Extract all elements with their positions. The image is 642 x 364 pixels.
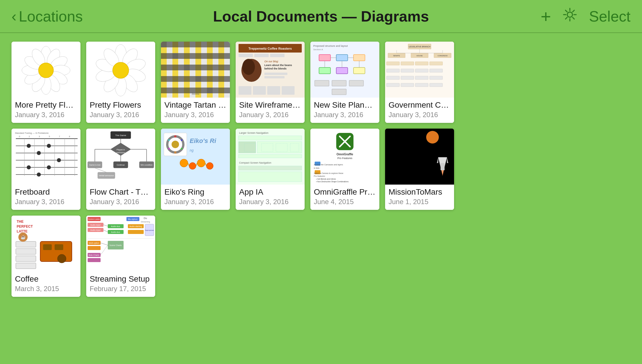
svg-rect-48: [195, 76, 201, 82]
doc-date: January 3, 2016: [314, 111, 376, 119]
svg-point-132: [57, 158, 61, 162]
svg-rect-54: [239, 54, 253, 57]
doc-card-site-wireframe[interactable]: Treppenwitz Coffee Roasters On our blog:…: [236, 42, 305, 123]
svg-rect-85: [332, 89, 346, 95]
doc-card-government-chart[interactable]: LEGISLATIVE BRANCH SENATE HOUSE CONGRESS: [385, 42, 454, 123]
doc-card-eikos-ring[interactable]: Eiko's Ri ng Eiko's Ring Ja: [161, 129, 230, 210]
doc-date: March 3, 2015: [15, 285, 77, 293]
svg-text:Section A: Section A: [313, 48, 323, 51]
svg-text:Proposed structure and layout: Proposed structure and layout: [313, 44, 348, 47]
svg-rect-66: [267, 86, 280, 95]
doc-card-coffee[interactable]: THE PERFECT LATTE ☕: [11, 216, 80, 297]
svg-rect-226: [16, 256, 36, 262]
doc-card-vintage-tartan[interactable]: Socks Vintage Tartan Soc... January 3, 2…: [161, 42, 230, 123]
doc-info-app-ia: App IA January 3, 2016: [236, 185, 305, 210]
svg-point-168: [181, 139, 182, 141]
doc-card-fretboard[interactable]: Standard Tuning — G Pentatonic: [11, 129, 80, 210]
svg-text:Standard Tuning — G Pentatonic: Standard Tuning — G Pentatonic: [15, 132, 49, 134]
svg-text:in lists: in lists: [314, 167, 320, 169]
header: ‹ Locations Local Documents — Diagrams +: [0, 0, 642, 33]
doc-title: MissionToMars: [389, 187, 451, 197]
svg-text:Pro Features: Pro Features: [337, 157, 353, 160]
thumbnail-app-ia: Larger Screen Navigation Compact Screen …: [236, 129, 305, 185]
svg-text:Access the Canvases and layers: Access the Canvases and layers: [314, 164, 343, 166]
doc-date: February 17, 2015: [90, 285, 152, 293]
svg-rect-100: [401, 62, 414, 65]
doc-date: June 4, 2015: [314, 198, 376, 206]
svg-point-0: [567, 12, 572, 17]
thumbnail-fretboard: Standard Tuning — G Pentatonic: [11, 129, 80, 185]
doc-card-mission-to-mars[interactable]: MissionToMars June 1, 2015: [385, 129, 454, 210]
svg-rect-109: [415, 76, 428, 80]
svg-rect-227: [16, 263, 36, 269]
svg-text:Multi-option: Multi-option: [89, 242, 99, 244]
svg-text:Eiko's Ri: Eiko's Ri: [190, 137, 216, 144]
doc-card-new-site-planning[interactable]: Proposed structure and layout Section A: [310, 42, 379, 123]
grid-row-0: More Pretty Flowers January 3, 2016: [11, 42, 631, 123]
doc-card-omnigraffle-pro[interactable]: OmniGraffle Pro Features Access the Canv…: [310, 129, 379, 210]
svg-text:• Set Blends and Inlines: • Set Blends and Inlines: [316, 178, 336, 180]
svg-rect-113: [415, 83, 428, 87]
doc-info-new-site-planning: New Site Planning January 3, 2016: [310, 98, 379, 123]
svg-text:On our blog:: On our blog:: [264, 60, 279, 63]
doc-date: January 3, 2016: [164, 198, 226, 206]
svg-line-5: [566, 10, 567, 12]
doc-card-more-pretty-flowers[interactable]: More Pretty Flowers January 3, 2016: [11, 42, 80, 123]
svg-rect-114: [430, 83, 443, 87]
svg-text:SENATE: SENATE: [393, 55, 400, 57]
svg-text:HOUSE: HOUSE: [416, 55, 422, 57]
svg-text:• Non-Destructive Shape Combin: • Non-Destructive Shape Combinations: [316, 181, 349, 183]
svg-point-58: [242, 59, 255, 75]
doc-card-pretty-flowers[interactable]: Pretty Flowers January 3, 2016: [86, 42, 155, 123]
doc-card-streaming-setup[interactable]: Scene Looks Blu-siphon Du Streaming Audi…: [86, 216, 155, 297]
doc-info-site-wireframe: Site Wireframe &... January 3, 2016: [236, 98, 305, 123]
back-button[interactable]: ‹ Locations: [11, 8, 83, 25]
thumbnail-new-site-planning: Proposed structure and layout Section A: [310, 42, 379, 98]
doc-title: Pretty Flowers: [90, 100, 152, 110]
grid-row-1: Standard Tuning — G Pentatonic: [11, 129, 631, 210]
doc-date: January 3, 2016: [90, 111, 152, 119]
svg-rect-55: [254, 54, 269, 57]
doc-info-more-pretty-flowers: More Pretty Flowers January 3, 2016: [11, 98, 80, 123]
svg-rect-115: [11, 129, 80, 185]
svg-rect-63: [264, 76, 285, 78]
doc-title: Site Wireframe &...: [239, 100, 301, 110]
doc-card-app-ia[interactable]: Larger Screen Navigation Compact Screen …: [236, 129, 305, 210]
svg-rect-186: [257, 142, 302, 153]
thumbnail-government-chart: LEGISLATIVE BRANCH SENATE HOUSE CONGRESS: [385, 42, 454, 98]
svg-text:Blu-siphon: Blu-siphon: [128, 218, 137, 220]
svg-text:Played in: Played in: [117, 149, 125, 151]
select-button[interactable]: Select: [589, 8, 631, 25]
svg-point-130: [37, 151, 41, 155]
svg-text:CONGRESS: CONGRESS: [438, 55, 447, 57]
doc-title: Vintage Tartan Soc...: [164, 100, 226, 110]
doc-title: Streaming Setup: [90, 274, 152, 284]
svg-point-175: [180, 159, 188, 167]
svg-text:5: 5: [49, 135, 50, 138]
svg-text:Appropriate: Appropriate: [145, 229, 154, 231]
gear-icon[interactable]: [562, 7, 577, 26]
svg-point-177: [197, 159, 205, 167]
svg-rect-65: [253, 86, 266, 95]
svg-point-170: [174, 151, 176, 154]
thumbnail-site-wireframe: Treppenwitz Coffee Roasters On our blog:…: [236, 42, 305, 98]
svg-rect-56: [270, 54, 285, 57]
svg-text:Pro features:: Pro features:: [314, 175, 325, 177]
svg-rect-71: [319, 55, 330, 61]
svg-point-178: [206, 162, 213, 169]
doc-info-pretty-flowers: Pretty Flowers January 3, 2016: [86, 98, 155, 123]
svg-text:Du: Du: [144, 217, 147, 220]
doc-title: App IA: [239, 187, 301, 197]
thumbnail-coffee: THE PERFECT LATTE ☕: [11, 216, 80, 272]
svg-point-133: [27, 165, 31, 169]
svg-rect-184: [239, 136, 302, 140]
svg-text:Select a Canvas to explore the: Select a Canvas to explore these: [314, 172, 343, 175]
add-button[interactable]: +: [541, 7, 551, 25]
svg-point-21: [39, 63, 53, 78]
grid-row-2: THE PERFECT LATTE ☕: [11, 216, 631, 297]
svg-text:Larger Screen Navigation: Larger Screen Navigation: [239, 131, 268, 134]
doc-card-flow-chart[interactable]: The Game Played in prehistory Game is lo…: [86, 129, 155, 210]
svg-rect-222: [55, 244, 63, 250]
svg-text:8: 8: [69, 135, 70, 138]
svg-text:PERFECT: PERFECT: [17, 224, 33, 229]
